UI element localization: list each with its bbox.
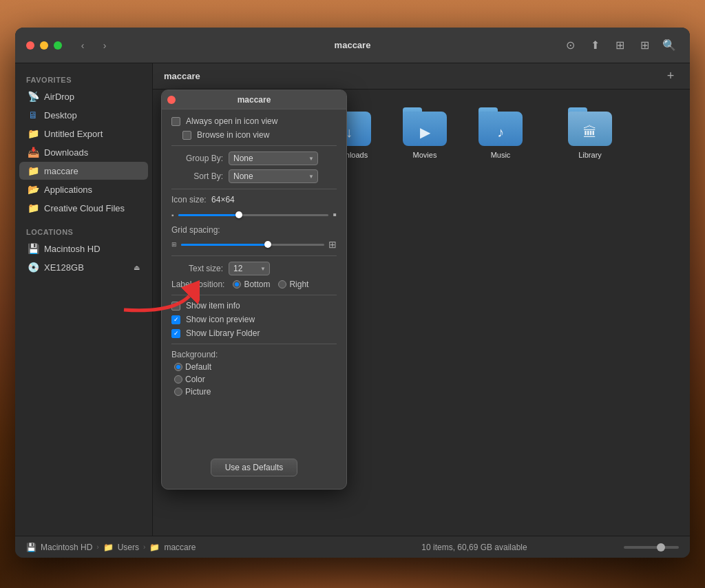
- file-area-folder-name: maccare: [164, 71, 200, 81]
- group-by-label: Group By:: [171, 154, 223, 163]
- icon-size-track: [178, 214, 329, 216]
- breadcrumb-icon-0: 💾: [26, 543, 36, 552]
- label-right-radio[interactable]: [278, 280, 286, 288]
- airdrop-icon: 📡: [28, 91, 39, 102]
- sort-by-label: Sort By:: [171, 171, 223, 181]
- library-folder-icon: 🏛: [568, 107, 612, 146]
- untitled-export-icon: 📁: [28, 128, 39, 139]
- show-icon-preview-row: ✓ Show icon preview: [171, 315, 337, 324]
- close-button[interactable]: [26, 41, 34, 50]
- bg-picture-option[interactable]: Picture: [174, 387, 337, 397]
- popup-spacer: [171, 397, 337, 452]
- music-overlay-icon: ♪: [497, 125, 504, 140]
- breadcrumb-label-2: maccare: [164, 543, 196, 552]
- sort-by-select-wrapper: None Name Date Modified ▼: [229, 169, 318, 183]
- minimize-button[interactable]: [40, 41, 48, 50]
- label-right-option[interactable]: Right: [278, 280, 308, 289]
- zoom-slider-thumb[interactable]: [657, 543, 665, 552]
- icon-size-knob[interactable]: [235, 211, 242, 218]
- fullscreen-button[interactable]: [54, 41, 62, 50]
- bg-picture-radio[interactable]: [174, 388, 182, 396]
- text-size-row: Text size: 10 11 12 13 14 ▼: [171, 262, 337, 275]
- show-library-folder-checkbox[interactable]: ✓: [171, 329, 180, 338]
- bg-color-option[interactable]: Color: [174, 375, 337, 384]
- main-content: Favorites 📡 AirDrop 🖥 Desktop 📁 Untitled…: [15, 63, 690, 536]
- breadcrumb-sep-1: ›: [143, 543, 145, 551]
- sidebar-item-macintosh-hd[interactable]: 💾 Macintosh HD: [19, 240, 148, 258]
- grid-spacing-fill: [181, 244, 267, 246]
- creative-cloud-icon: 📁: [28, 202, 39, 213]
- add-button[interactable]: +: [662, 68, 679, 85]
- folder-item-library[interactable]: 🏛 Library: [559, 103, 621, 164]
- icon-size-small-icon: ▪: [171, 211, 174, 219]
- always-open-checkbox[interactable]: [171, 117, 180, 126]
- breadcrumb-label-0: Macintosh HD: [41, 543, 92, 552]
- status-bar: 💾 Macintosh HD › 📁 Users › 📁 maccare 10 …: [15, 536, 690, 558]
- icon-size-slider-row: ▪ ▪: [171, 209, 337, 221]
- sidebar-item-applications[interactable]: 📂 Applications: [19, 180, 148, 198]
- use-defaults-button[interactable]: Use as Defaults: [211, 459, 298, 476]
- sort-by-select[interactable]: None Name Date Modified: [229, 169, 318, 183]
- zoom-slider: [624, 546, 679, 549]
- locations-label: Locations: [15, 224, 152, 239]
- eject-icon[interactable]: ⏏: [134, 264, 140, 271]
- show-library-folder-label: Show Library Folder: [186, 328, 260, 338]
- grid-spacing-track: [181, 244, 324, 246]
- grid-lg-icon: ⊞: [328, 239, 337, 250]
- action-menu-icon[interactable]: ⊞: [635, 36, 654, 55]
- sidebar-item-airdrop[interactable]: 📡 AirDrop: [19, 87, 148, 105]
- group-by-row: Group By: None Name Date Modified ▼: [171, 151, 337, 165]
- folder-item-movies[interactable]: ▶ Movies: [394, 103, 456, 164]
- back-button[interactable]: ‹: [73, 38, 92, 53]
- popup-close-button[interactable]: [167, 96, 176, 104]
- label-right-label: Right: [289, 280, 308, 289]
- group-by-select[interactable]: None Name Date Modified: [229, 151, 318, 165]
- icon-size-value: 64×64: [211, 195, 235, 204]
- sidebar-item-maccare[interactable]: 📁 maccare: [19, 162, 148, 180]
- touch-id-icon[interactable]: ⊙: [560, 36, 580, 55]
- sidebar-item-desktop[interactable]: 🖥 Desktop: [19, 106, 148, 124]
- grid-spacing-slider-row: ⊞ ⊞: [171, 239, 337, 250]
- bg-default-radio[interactable]: [174, 363, 182, 371]
- movies-overlay-icon: ▶: [420, 124, 430, 140]
- sidebar-item-maccare-label: maccare: [44, 166, 78, 176]
- file-area-header: maccare +: [153, 63, 690, 90]
- browse-icon-checkbox[interactable]: [182, 131, 191, 140]
- browse-icon-label: Browse in icon view: [197, 130, 269, 140]
- popup-body: Always open in icon view Browse in icon …: [162, 109, 346, 489]
- browse-icon-row: Browse in icon view: [171, 130, 337, 140]
- icon-size-fill: [178, 214, 239, 216]
- grid-spacing-knob[interactable]: [264, 241, 271, 248]
- share-icon[interactable]: ⬆: [585, 36, 604, 55]
- grid-sm-icon: ⊞: [171, 241, 177, 248]
- text-size-select[interactable]: 10 11 12 13 14: [229, 262, 270, 275]
- forward-button[interactable]: ›: [95, 38, 114, 53]
- icon-size-large-icon: ▪: [333, 209, 337, 221]
- view-options-popup: maccare Always open in icon view Browse …: [161, 90, 347, 490]
- sidebar-item-untitled-export[interactable]: 📁 Untitled Export: [19, 125, 148, 143]
- sidebar-item-creative-cloud[interactable]: 📁 Creative Cloud Files: [19, 199, 148, 217]
- movies-folder-icon: ▶: [403, 107, 447, 146]
- show-item-info-checkbox[interactable]: [171, 302, 180, 311]
- popup-title: maccare: [238, 95, 271, 105]
- music-folder-label: Music: [491, 150, 511, 160]
- sidebar-item-downloads[interactable]: 📥 Downloads: [19, 143, 148, 161]
- label-bottom-radio[interactable]: [233, 280, 241, 288]
- macintosh-hd-icon: 💾: [28, 243, 39, 254]
- folder-item-music[interactable]: ♪ Music: [470, 103, 532, 164]
- sort-by-row: Sort By: None Name Date Modified ▼: [171, 169, 337, 183]
- label-bottom-option[interactable]: Bottom: [233, 280, 270, 289]
- bg-default-option[interactable]: Default: [174, 362, 337, 372]
- show-item-info-label: Show item info: [186, 301, 240, 311]
- search-icon[interactable]: 🔍: [660, 36, 679, 55]
- bg-color-radio[interactable]: [174, 375, 182, 384]
- breadcrumb-path: 💾 Macintosh HD › 📁 Users › 📁 maccare: [26, 543, 325, 552]
- window-title: maccare: [335, 40, 371, 50]
- show-icon-preview-checkbox[interactable]: ✓: [171, 315, 180, 324]
- sidebar-item-xe128gb-label: XE128GB: [44, 262, 84, 273]
- sidebar-item-xe128gb[interactable]: 💿 XE128GB ⏏: [19, 258, 148, 276]
- titlebar-actions: ⊙ ⬆ ⊞ ⊞ 🔍: [560, 36, 679, 55]
- titlebar: ‹ › maccare ⊙ ⬆ ⊞ ⊞ 🔍: [15, 28, 690, 63]
- divider-3: [171, 255, 337, 256]
- view-toggle-icon[interactable]: ⊞: [610, 36, 629, 55]
